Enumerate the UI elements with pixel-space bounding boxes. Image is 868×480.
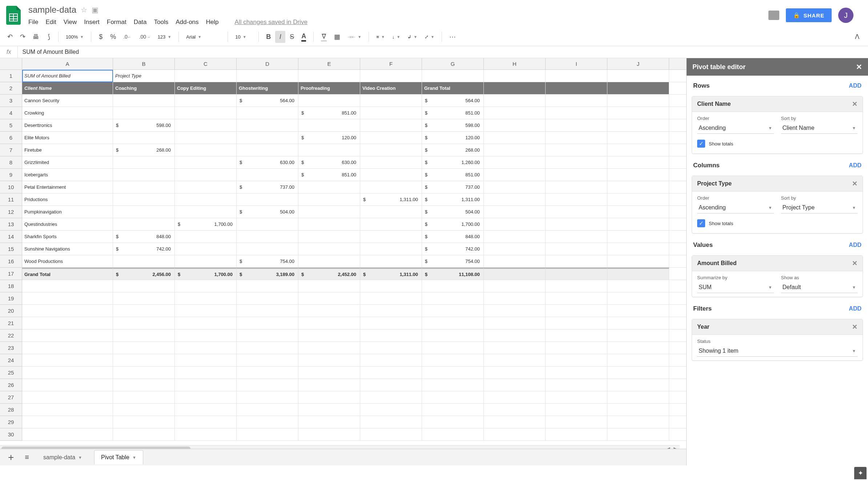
- cell[interactable]: [607, 305, 669, 317]
- cell[interactable]: [237, 329, 298, 342]
- cell[interactable]: [175, 144, 237, 156]
- cell[interactable]: [298, 206, 360, 218]
- cell[interactable]: [607, 268, 669, 280]
- cell[interactable]: [175, 169, 237, 181]
- cell[interactable]: [298, 231, 360, 243]
- fill-color-icon[interactable]: ᐁ: [318, 30, 330, 44]
- cell[interactable]: [607, 181, 669, 193]
- row-header[interactable]: 6: [0, 132, 22, 144]
- star-icon[interactable]: ☆: [81, 5, 87, 14]
- rows-add-button[interactable]: ADD: [849, 83, 861, 89]
- cell[interactable]: $1,260.00: [422, 156, 484, 169]
- row-header[interactable]: 18: [0, 280, 22, 292]
- cell[interactable]: [298, 305, 360, 317]
- cell[interactable]: [360, 95, 422, 107]
- cell[interactable]: [607, 70, 669, 82]
- filters-add-button[interactable]: ADD: [849, 305, 861, 312]
- cell[interactable]: [298, 416, 360, 428]
- cell[interactable]: [546, 119, 607, 132]
- cell[interactable]: [484, 218, 546, 231]
- cell[interactable]: [669, 70, 686, 82]
- cell[interactable]: [607, 119, 669, 132]
- cell[interactable]: [175, 342, 237, 354]
- cell[interactable]: $737.00: [422, 181, 484, 193]
- cell[interactable]: $11,108.00: [422, 268, 484, 280]
- cell[interactable]: $564.00: [237, 95, 298, 107]
- cell[interactable]: [360, 305, 422, 317]
- cell[interactable]: [669, 404, 686, 416]
- font-size-dropdown[interactable]: 10▼: [232, 33, 254, 41]
- cell[interactable]: [484, 329, 546, 342]
- row-header[interactable]: 16: [0, 255, 22, 268]
- cell[interactable]: $851.00: [298, 107, 360, 119]
- cell[interactable]: [607, 354, 669, 367]
- menu-edit[interactable]: Edit: [45, 19, 56, 26]
- cell[interactable]: [422, 367, 484, 379]
- cell[interactable]: [113, 255, 175, 268]
- cell[interactable]: [669, 305, 686, 317]
- cell[interactable]: [175, 70, 237, 82]
- cell[interactable]: [237, 391, 298, 404]
- cell[interactable]: [546, 82, 607, 95]
- cell[interactable]: [607, 82, 669, 95]
- cell[interactable]: [546, 132, 607, 144]
- cell[interactable]: [546, 206, 607, 218]
- cell[interactable]: [237, 243, 298, 255]
- col-header[interactable]: G: [422, 58, 484, 69]
- cell[interactable]: [360, 354, 422, 367]
- row-header[interactable]: 3: [0, 95, 22, 107]
- cell[interactable]: [484, 379, 546, 391]
- cell[interactable]: [360, 292, 422, 305]
- cell[interactable]: [669, 119, 686, 132]
- currency-icon[interactable]: $: [96, 31, 106, 43]
- row-header[interactable]: 8: [0, 156, 22, 169]
- cell[interactable]: [175, 95, 237, 107]
- cell[interactable]: [22, 280, 113, 292]
- cell[interactable]: [546, 379, 607, 391]
- row-header[interactable]: 11: [0, 193, 22, 206]
- cell[interactable]: [669, 181, 686, 193]
- cell[interactable]: [669, 132, 686, 144]
- cell[interactable]: $1,700.00: [422, 218, 484, 231]
- cell[interactable]: [237, 317, 298, 329]
- cell[interactable]: [113, 354, 175, 367]
- increase-decimal-icon[interactable]: .00→: [136, 32, 153, 42]
- cell[interactable]: [669, 82, 686, 95]
- decrease-decimal-icon[interactable]: .0←: [120, 32, 134, 42]
- cell[interactable]: [175, 292, 237, 305]
- cell[interactable]: [607, 367, 669, 379]
- cell[interactable]: [546, 292, 607, 305]
- cell[interactable]: [422, 428, 484, 441]
- cell[interactable]: [360, 218, 422, 231]
- remove-card-icon[interactable]: ✕: [852, 180, 857, 188]
- cell[interactable]: [607, 169, 669, 181]
- menu-insert[interactable]: Insert: [84, 19, 100, 26]
- cell[interactable]: [669, 255, 686, 268]
- cell[interactable]: [546, 95, 607, 107]
- cell[interactable]: $1,311.00: [422, 193, 484, 206]
- row-header[interactable]: 5: [0, 119, 22, 132]
- row-header[interactable]: 4: [0, 107, 22, 119]
- cell[interactable]: [484, 95, 546, 107]
- menu-format[interactable]: Format: [107, 19, 126, 26]
- cell[interactable]: [422, 292, 484, 305]
- cell[interactable]: [360, 379, 422, 391]
- row-header[interactable]: 10: [0, 181, 22, 193]
- cell[interactable]: [546, 181, 607, 193]
- cell[interactable]: [546, 156, 607, 169]
- cell[interactable]: [237, 132, 298, 144]
- row-header[interactable]: 22: [0, 329, 22, 342]
- row-header[interactable]: 7: [0, 144, 22, 156]
- cell[interactable]: [546, 317, 607, 329]
- cell[interactable]: [298, 329, 360, 342]
- cell[interactable]: [237, 70, 298, 82]
- cell[interactable]: Priductions: [22, 193, 113, 206]
- close-panel-icon[interactable]: ✕: [856, 63, 862, 71]
- col-header[interactable]: J: [607, 58, 669, 69]
- cell[interactable]: [607, 95, 669, 107]
- cell[interactable]: [546, 231, 607, 243]
- cell[interactable]: [546, 305, 607, 317]
- cell[interactable]: $630.00: [237, 156, 298, 169]
- cell[interactable]: $630.00: [298, 156, 360, 169]
- more-icon[interactable]: ⋯: [446, 31, 459, 43]
